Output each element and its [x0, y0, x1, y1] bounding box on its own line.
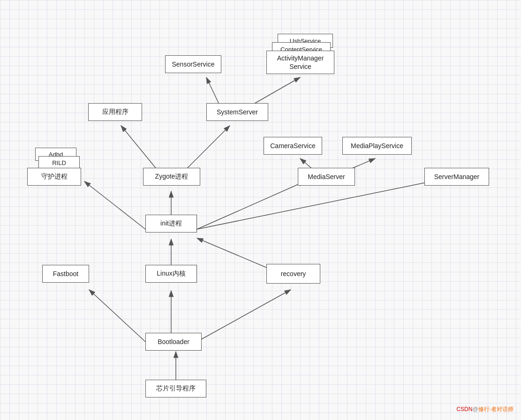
svg-line-2 [89, 290, 145, 342]
chip-bootloader-label: 芯片引导程序 [156, 384, 196, 393]
recovery-node: recovery [266, 264, 320, 284]
guardian-node: 守护进程 [27, 168, 81, 186]
svg-line-14 [249, 77, 300, 107]
watermark: CSDN@修行·者对话师 [456, 405, 513, 413]
fastboot-label: Fastboot [53, 270, 78, 278]
camera-service-node: CameraService [264, 137, 322, 155]
media-server-node: MediaServer [298, 168, 355, 186]
app-node: 应用程序 [88, 103, 142, 121]
diagram: 芯片引导程序 Bootloader Fastboot Linux内核 recov… [0, 0, 521, 420]
zygote-label: Zygote进程 [155, 172, 189, 181]
init-node: init进程 [145, 215, 197, 232]
camera-service-label: CameraService [270, 142, 315, 150]
sensor-service-label: SensorService [172, 60, 214, 68]
svg-line-9 [197, 181, 305, 229]
bootloader-label: Bootloader [158, 338, 189, 345]
svg-line-13 [206, 77, 220, 107]
media-play-service-node: MediaPlayService [342, 137, 412, 155]
rild-node: RILD [38, 156, 80, 169]
activity-manager-label: ActivityManagerService [277, 54, 324, 71]
system-server-label: SystemServer [217, 108, 258, 116]
svg-line-4 [197, 290, 291, 342]
sensor-service-node: SensorService [165, 55, 221, 73]
fastboot-node: Fastboot [42, 265, 89, 283]
svg-line-7 [84, 181, 145, 229]
svg-line-10 [197, 181, 431, 229]
linux-kernel-label: Linux内核 [157, 270, 185, 278]
system-server-node: SystemServer [206, 103, 268, 121]
guardian-label: 守护进程 [41, 172, 68, 181]
media-play-service-label: MediaPlayService [351, 142, 403, 150]
bootloader-node: Bootloader [145, 333, 202, 351]
svg-line-6 [197, 238, 277, 272]
init-label: init进程 [160, 219, 182, 228]
server-manager-label: ServerManager [434, 173, 480, 180]
linux-kernel-node: Linux内核 [145, 265, 197, 283]
rild-label: RILD [52, 159, 66, 166]
svg-line-12 [183, 126, 230, 172]
server-manager-node: ServerManager [424, 168, 489, 186]
media-server-label: MediaServer [308, 173, 345, 180]
activity-manager-node: ActivityManagerService [266, 51, 334, 74]
app-label: 应用程序 [102, 108, 128, 116]
svg-line-11 [121, 126, 159, 172]
recovery-label: recovery [281, 270, 306, 278]
chip-bootloader-node: 芯片引导程序 [145, 380, 206, 398]
zygote-node: Zygote进程 [143, 168, 200, 186]
arrows-svg [0, 0, 521, 420]
